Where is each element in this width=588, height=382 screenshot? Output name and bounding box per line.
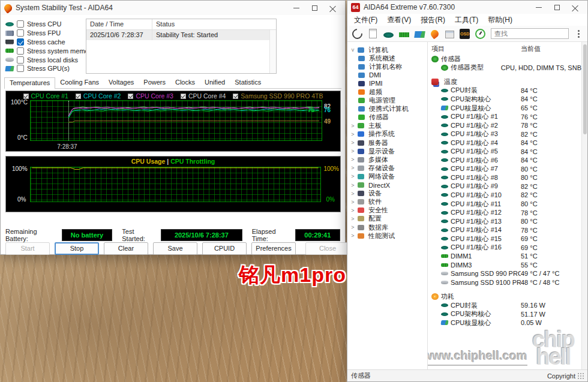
stability-flame-icon[interactable]	[430, 28, 440, 39]
tree-expand-arrow[interactable]: >	[350, 182, 356, 188]
tree-expand-arrow[interactable]: >	[350, 207, 356, 213]
stress-checkbox[interactable]	[17, 38, 24, 46]
close-button-caption[interactable]	[323, 1, 341, 14]
sensor-row[interactable]: CPU #1/核心 #6 84 °C	[431, 156, 581, 165]
sensor-row[interactable]: CPU核显核心 0.05 W	[431, 318, 581, 327]
cpu-icon[interactable]	[383, 32, 394, 38]
tree-expand-arrow[interactable]: >	[350, 191, 356, 197]
log-scrollbar[interactable]	[269, 30, 276, 73]
stress-option-row[interactable]: Stress CPU	[5, 20, 94, 29]
sensor-row[interactable]: Samsung SSD 9100 PRO 8TB 48 °C / 48 °C	[431, 278, 581, 287]
sensor-row[interactable]: 传感器	[431, 55, 581, 64]
resize-grip[interactable]	[578, 373, 584, 379]
minimize-button[interactable]	[287, 1, 305, 14]
sensor-row[interactable]: CPU架构核心 51.17 W	[431, 309, 581, 318]
sensor-row[interactable]: CPU #1/核心 #13 80 °C	[431, 217, 581, 226]
graph-tab[interactable]: Voltages	[104, 77, 139, 88]
graph-tab[interactable]: Cooling Fans	[55, 77, 104, 88]
action-button[interactable]: Preferences	[251, 242, 296, 255]
menu-item[interactable]: 文件(F)	[350, 14, 382, 26]
sensor-row[interactable]: CPU #1/核心 #16 69 °C	[431, 243, 581, 252]
aida-minimize-button[interactable]	[530, 1, 548, 14]
report-wizard-icon[interactable]	[445, 31, 454, 38]
legend-checkbox[interactable]	[128, 94, 133, 99]
sensor-gauge-icon[interactable]	[475, 29, 485, 39]
tree-item[interactable]: 计算机名称	[347, 62, 427, 71]
sensor-row[interactable]: CPU #1/核心 #7 80 °C	[431, 165, 581, 174]
sensor-row[interactable]: CPU #1/核心 #15 69 °C	[431, 234, 581, 243]
stress-checkbox[interactable]	[17, 56, 24, 64]
tree-expand-arrow[interactable]: v	[350, 47, 356, 53]
tree-item[interactable]: > 安全性	[347, 206, 427, 215]
sensor-row[interactable]: CPU #1/核心 #14 78 °C	[431, 225, 581, 234]
graph-tab[interactable]: Temperatures	[4, 77, 55, 89]
tree-item[interactable]: > 设备	[347, 190, 427, 198]
sensor-row[interactable]: CPU核显核心 65 °C	[431, 104, 581, 113]
legend-checkbox[interactable]	[76, 94, 81, 99]
stress-option-row[interactable]: Stress GPU(s)	[5, 64, 94, 73]
sensor-row[interactable]: CPU #1/核心 #8 80 °C	[431, 173, 581, 182]
values-scrollbar[interactable]	[581, 42, 587, 369]
sensor-row[interactable]	[431, 287, 581, 292]
tree-expand-arrow[interactable]: >	[350, 148, 356, 154]
tree-item[interactable]: IPMI	[347, 79, 427, 88]
stress-option-row[interactable]: Stress system memory	[5, 46, 94, 55]
stress-checkbox[interactable]	[17, 47, 24, 55]
log-row[interactable]: 2025/10/6 7:28:37 Stability Test: Starte…	[86, 30, 276, 40]
stress-checkbox[interactable]	[17, 20, 24, 28]
menu-item[interactable]: 工具(T)	[451, 14, 482, 26]
tree-expand-arrow[interactable]: >	[350, 216, 356, 222]
sensor-row[interactable]: DIMM1 51 °C	[431, 252, 581, 261]
tree-expand-arrow[interactable]: >	[350, 233, 356, 239]
legend-checkbox[interactable]	[181, 94, 186, 99]
tree-expand-arrow[interactable]: >	[350, 131, 356, 137]
sensor-row[interactable]: CPU #1/核心 #1 76 °C	[431, 112, 581, 121]
menu-item[interactable]: 报告(R)	[416, 14, 449, 26]
tree-item[interactable]: DMI	[347, 71, 427, 79]
osd-icon[interactable]: OSD	[460, 29, 470, 39]
refresh-icon[interactable]	[350, 26, 365, 41]
report-page-icon[interactable]	[369, 29, 377, 38]
search-input[interactable]	[491, 28, 569, 39]
stress-checkbox[interactable]	[17, 29, 24, 37]
graph-tab[interactable]: Unified	[200, 77, 230, 88]
sensor-row[interactable]: CPU #1/核心 #12 78 °C	[431, 208, 581, 217]
sensor-row[interactable]: CPU封装 84 °C	[431, 86, 581, 95]
close-button[interactable]: Close	[305, 242, 350, 255]
tree-expand-arrow[interactable]: >	[350, 224, 356, 230]
action-button[interactable]: Stop	[55, 242, 99, 255]
stress-checkbox[interactable]	[17, 65, 24, 72]
tree-item[interactable]: > DirectX	[347, 181, 427, 190]
tree-expand-arrow[interactable]: >	[350, 165, 356, 171]
log-col-datetime[interactable]: Date / Time	[86, 19, 152, 29]
legend-checkbox[interactable]	[233, 94, 238, 99]
tree-item[interactable]: 传感器	[347, 113, 427, 122]
sensor-row[interactable]: CPU #1/核心 #9 82 °C	[431, 182, 581, 191]
log-col-status[interactable]: Status	[152, 19, 276, 29]
scrollbar-thumb[interactable]	[583, 44, 587, 134]
graph-tab[interactable]: Statistics	[230, 77, 266, 88]
tree-expand-arrow[interactable]: >	[350, 157, 356, 163]
stress-option-row[interactable]: Stress cache	[5, 38, 94, 47]
action-button[interactable]: CPUID	[202, 242, 247, 255]
stress-option-row[interactable]: Stress local disks	[5, 55, 94, 64]
sensor-row[interactable]: CPU #1/核心 #2 78 °C	[431, 121, 581, 130]
maximize-button[interactable]	[305, 1, 323, 14]
tree-expand-arrow[interactable]: >	[350, 140, 356, 146]
more-menu-icon[interactable]	[574, 30, 583, 38]
action-button[interactable]: Start	[5, 242, 50, 255]
sensor-row[interactable]: 温度	[431, 77, 581, 86]
graph-tab[interactable]: Clocks	[170, 77, 200, 88]
legend-checkbox[interactable]	[23, 94, 29, 99]
aida-close-button[interactable]	[566, 1, 584, 14]
menu-item[interactable]: 查看(V)	[383, 14, 415, 26]
tree-item[interactable]: > 网络设备	[347, 172, 427, 181]
sensor-row[interactable]: CPU架构核心 84 °C	[431, 95, 581, 104]
col-item[interactable]: 项目	[431, 44, 521, 55]
graph-tab[interactable]: Powers	[139, 77, 170, 88]
tree-expand-arrow[interactable]: >	[350, 199, 356, 205]
tree-expand-arrow[interactable]: >	[350, 123, 356, 129]
tree-item[interactable]: > 性能测试	[347, 231, 427, 240]
sensor-row[interactable]: CPU封装 59.16 W	[431, 301, 581, 310]
sensor-row[interactable]: 传感器类型 CPU, HDD, DIMM TS, SNB	[431, 64, 581, 73]
